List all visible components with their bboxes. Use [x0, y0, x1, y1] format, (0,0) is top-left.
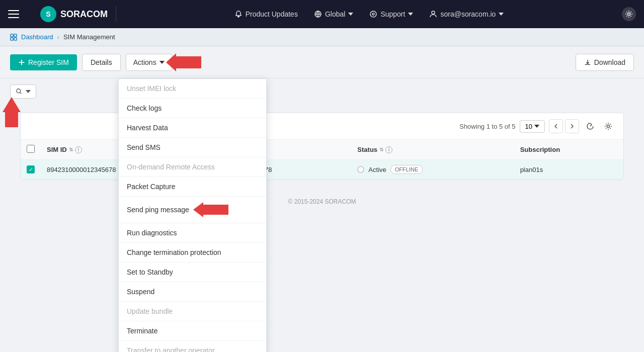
footer: © 2015-2024 SORACOM: [0, 190, 644, 213]
dropdown-item-unset-imei-lock[interactable]: Unset IMEI lock: [119, 79, 266, 99]
arrow-up-indicator: [3, 97, 21, 127]
support-icon: [369, 10, 377, 18]
pagination-nav: [549, 119, 579, 133]
left-arrow-icon: [554, 123, 558, 129]
actions-dropdown: Unset IMEI lock Check logs Harvest Data …: [118, 78, 267, 352]
nav-user[interactable]: sora@soracom.io: [429, 10, 504, 18]
settings-icon: [625, 10, 633, 18]
search-bar[interactable]: [10, 84, 36, 99]
refresh-button[interactable]: [583, 119, 597, 133]
hamburger-menu[interactable]: [8, 5, 26, 23]
support-label: Support: [380, 10, 405, 18]
svg-marker-12: [3, 97, 21, 127]
svg-point-3: [432, 11, 435, 14]
toolbar: Register SIM Details Actions Download Un…: [0, 46, 644, 78]
globe-icon: [314, 10, 322, 18]
svg-point-11: [17, 89, 21, 93]
status-info-icon[interactable]: i: [385, 146, 392, 153]
svg-rect-6: [14, 34, 17, 36]
sim-id-info-icon[interactable]: i: [75, 146, 82, 153]
search-icon: [16, 88, 23, 95]
dropdown-item-set-standby[interactable]: Set to Standby: [119, 262, 266, 282]
svg-rect-7: [11, 37, 13, 40]
logo-icon: S: [40, 6, 56, 22]
search-chevron-icon: [26, 90, 31, 93]
settings-toggle[interactable]: [622, 7, 636, 21]
breadcrumb-dashboard[interactable]: Dashboard: [21, 33, 53, 41]
details-label: Details: [91, 58, 112, 66]
content-area: Showing 1 to 5 of 5 10: [10, 78, 634, 180]
dropdown-item-update-bundle: Update bundle: [119, 302, 266, 321]
svg-rect-5: [11, 34, 13, 36]
dropdown-item-packet-capture[interactable]: Packet Capture: [119, 177, 266, 197]
svg-point-4: [628, 13, 630, 16]
sim-id-sort-icon[interactable]: ⇅: [69, 147, 73, 152]
details-button[interactable]: Details: [82, 54, 121, 71]
per-page-value: 10: [525, 123, 532, 130]
register-sim-button[interactable]: Register SIM: [10, 54, 77, 70]
arrow-to-actions: [166, 53, 201, 71]
download-icon: [584, 59, 591, 66]
actions-chevron-icon: [159, 61, 165, 64]
logo: S SORACOM: [32, 6, 116, 22]
logo-text: SORACOM: [60, 9, 108, 20]
table-toolbar: Showing 1 to 5 of 5 10: [21, 113, 623, 140]
status-dot: [357, 166, 364, 173]
select-all-header[interactable]: [21, 140, 41, 160]
svg-marker-10: [193, 202, 228, 217]
chevron-down-icon-3: [499, 13, 504, 16]
per-page-chevron: [534, 125, 539, 128]
table-settings-button[interactable]: [601, 119, 615, 133]
showing-count: Showing 1 to 5 of 5: [459, 123, 515, 130]
dropdown-item-send-ping[interactable]: Send ping message: [119, 197, 266, 223]
svg-point-1: [370, 11, 376, 17]
dropdown-item-send-sms[interactable]: Send SMS: [119, 138, 266, 157]
svg-marker-9: [166, 53, 201, 71]
top-navigation: S SORACOM Product Updates Global Supp: [0, 0, 644, 28]
dropdown-item-transfer-operator: Transfer to another operator: [119, 341, 266, 352]
dropdown-item-on-demand-remote-access: On-demand Remote Access: [119, 157, 266, 177]
nav-center: Product Updates Global Support: [116, 10, 622, 18]
download-button[interactable]: Download: [576, 54, 634, 71]
breadcrumb-bar: Dashboard › SIM Management: [0, 28, 644, 46]
global-label: Global: [325, 10, 345, 18]
select-all-checkbox[interactable]: [27, 145, 35, 153]
breadcrumb-separator: ›: [57, 33, 59, 41]
prev-page-button[interactable]: [549, 119, 563, 133]
per-page-selector[interactable]: 10: [520, 120, 545, 133]
chevron-down-icon-2: [408, 13, 413, 16]
refresh-icon: [586, 122, 594, 130]
row-checkbox-checked[interactable]: [27, 165, 35, 173]
nav-global[interactable]: Global: [314, 10, 353, 18]
register-sim-label: Register SIM: [28, 58, 69, 66]
actions-label: Actions: [133, 58, 156, 66]
dropdown-item-suspend[interactable]: Suspend: [119, 282, 266, 302]
nav-product-updates[interactable]: Product Updates: [234, 10, 298, 18]
table-row: 8942310000012345678 295050012345678 Acti…: [21, 160, 623, 180]
arrow-to-ping: [193, 202, 228, 217]
offline-badge: OFFLINE: [390, 165, 423, 174]
svg-point-13: [607, 125, 610, 128]
copyright: © 2015-2024 SORACOM: [288, 198, 356, 205]
status-column-header: Status ⇅ i: [351, 140, 514, 160]
breadcrumb-current: SIM Management: [63, 33, 115, 41]
nav-support[interactable]: Support: [369, 10, 413, 18]
status-sort-icon[interactable]: ⇅: [379, 147, 383, 152]
actions-button[interactable]: Actions: [126, 54, 172, 71]
dropdown-item-check-logs[interactable]: Check logs: [119, 99, 266, 118]
dropdown-item-change-termination[interactable]: Change termination protection: [119, 243, 266, 262]
download-label: Download: [594, 58, 625, 66]
subscription-column-header: Subscription: [514, 140, 623, 160]
status-cell: Active OFFLINE: [351, 160, 514, 180]
row-checkbox-cell[interactable]: [21, 160, 41, 180]
bell-icon: [234, 10, 243, 18]
svg-rect-8: [14, 37, 17, 40]
dropdown-item-harvest-data[interactable]: Harvest Data: [119, 118, 266, 138]
dropdown-item-terminate[interactable]: Terminate: [119, 321, 266, 341]
user-label: sora@soracom.io: [440, 10, 496, 18]
user-icon: [429, 10, 437, 18]
product-updates-label: Product Updates: [246, 10, 298, 18]
dropdown-item-run-diagnostics[interactable]: Run diagnostics: [119, 223, 266, 243]
next-page-button[interactable]: [565, 119, 579, 133]
chevron-down-icon: [348, 13, 353, 16]
